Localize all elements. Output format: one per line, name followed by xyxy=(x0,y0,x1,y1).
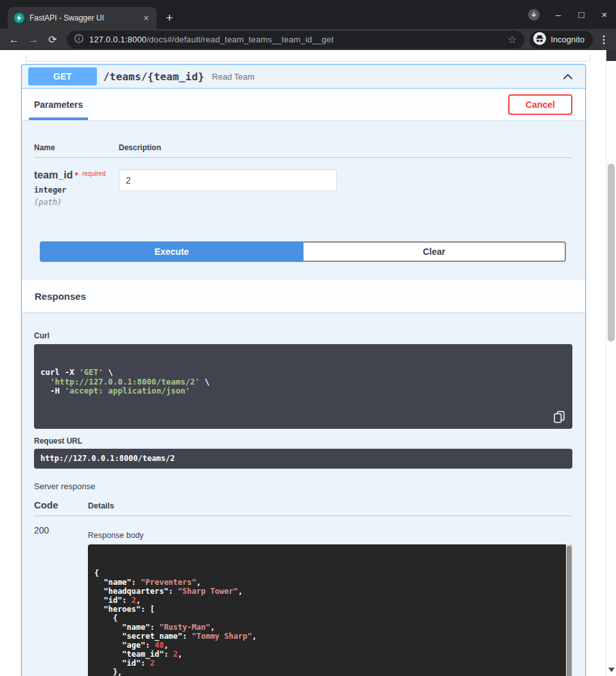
fastapi-favicon-icon xyxy=(14,13,24,23)
url-bar[interactable]: 127.0.0.1:8000/docs#/default/read_team_t… xyxy=(67,31,524,49)
code-line: "name": "Preventers", xyxy=(94,578,560,587)
incognito-label: Incognito xyxy=(551,35,585,44)
page-scrollbar-thumb[interactable] xyxy=(608,164,615,342)
browser-tab[interactable]: FastAPI - Swagger UI × xyxy=(8,7,157,29)
maximize-button[interactable]: □ xyxy=(576,9,586,20)
curl-code-block[interactable]: curl -X 'GET' \ 'http://127.0.0.1:8000/t… xyxy=(34,344,572,429)
http-method-badge: GET xyxy=(28,67,97,85)
param-location: (path) xyxy=(34,198,119,207)
team-id-input[interactable] xyxy=(119,169,337,191)
code-line: }, xyxy=(94,668,560,676)
cancel-button[interactable]: Cancel xyxy=(508,94,572,115)
execute-button[interactable]: Execute xyxy=(40,241,304,262)
parameter-row: team_id*required integer (path) xyxy=(34,158,572,207)
response-body-scrollbar-thumb[interactable] xyxy=(567,546,572,676)
tab-parameters[interactable]: Parameters xyxy=(29,89,88,120)
required-asterisk: * xyxy=(74,170,78,180)
code-line: { xyxy=(94,569,560,578)
browser-titlebar: FastAPI - Swagger UI × + – □ × xyxy=(0,0,616,29)
code-line: curl -X 'GET' \ xyxy=(40,368,566,377)
bookmark-star-icon[interactable]: ☆ xyxy=(508,33,517,46)
code-line: "team_id": 2, xyxy=(94,650,560,659)
request-url-value: http://127.0.0.1:8000/teams/2 xyxy=(34,449,572,469)
request-url-label: Request URL xyxy=(34,437,572,446)
collapse-chevron-icon[interactable] xyxy=(561,69,575,83)
scroll-up-button[interactable] xyxy=(606,50,616,61)
reload-button[interactable]: ⟳ xyxy=(44,31,62,49)
code-line: 'http://127.0.0.1:8000/teams/2' \ xyxy=(40,377,566,387)
code-line: "age": 48, xyxy=(94,641,560,650)
browser-menu-icon[interactable]: ⋮ xyxy=(597,33,611,46)
scroll-down-button[interactable] xyxy=(608,668,615,672)
url-path: /docs#/default/read_team_teams__team_id_… xyxy=(147,35,334,44)
endpoint-summary: Read Team xyxy=(212,72,254,82)
tab-title: FastAPI - Swagger UI xyxy=(30,13,137,22)
new-tab-button[interactable]: + xyxy=(160,9,178,27)
page-info-icon[interactable] xyxy=(74,34,83,46)
param-name: team_id*required xyxy=(34,169,119,181)
response-body-scrollbar[interactable] xyxy=(566,544,572,676)
responses-header: Responses xyxy=(22,280,585,312)
parameters-header: Parameters Cancel xyxy=(22,89,585,120)
forward-button[interactable]: → xyxy=(24,31,42,49)
opblock-get-read-team: GET /teams/{team_id} Read Team Parameter… xyxy=(21,64,586,676)
curl-label: Curl xyxy=(34,331,572,340)
browser-toolbar: ← → ⟳ 127.0.0.1:8000/docs#/default/read_… xyxy=(0,29,616,50)
incognito-badge: Incognito xyxy=(529,31,593,49)
code-line: { xyxy=(94,614,560,623)
parameters-table-header: Name Description xyxy=(34,133,572,158)
column-description: Description xyxy=(119,143,572,152)
code-line: -H 'accept: application/json' xyxy=(40,386,566,396)
url-host: 127.0.0.1:8000 xyxy=(89,35,147,44)
column-code: Code xyxy=(34,499,88,510)
window-controls: – □ × xyxy=(527,0,610,29)
endpoint-path: /teams/{team_id} xyxy=(103,71,204,83)
response-body-lines: { "name": "Preventers", "headquarters": … xyxy=(94,569,560,676)
code-line: "headquarters": "Sharp Tower", xyxy=(94,587,560,596)
status-circle-icon[interactable] xyxy=(527,8,540,21)
response-table-header: Code Details xyxy=(34,499,572,516)
code-line: "heroes": [ xyxy=(94,605,560,614)
incognito-icon xyxy=(533,32,546,47)
responses-body: Curl curl -X 'GET' \ 'http://127.0.0.1:8… xyxy=(22,312,585,676)
code-line: "id": 2 xyxy=(94,659,560,668)
back-button[interactable]: ← xyxy=(5,31,23,49)
code-line: "secret_name": "Tommy Sharp", xyxy=(94,632,560,641)
param-type: integer xyxy=(34,186,119,195)
code-line: "name": "Rusty-Man", xyxy=(94,623,560,632)
response-body-block[interactable]: { "name": "Preventers", "headquarters": … xyxy=(88,544,572,676)
parameters-title: Parameters xyxy=(34,100,83,110)
server-response-label: Server response xyxy=(34,481,572,491)
tab-close-icon[interactable]: × xyxy=(142,13,150,23)
response-row: 200 Response body { "name": "Preventers"… xyxy=(34,516,572,676)
close-window-button[interactable]: × xyxy=(599,9,610,20)
responses-title: Responses xyxy=(35,291,86,302)
copy-icon[interactable] xyxy=(554,411,565,423)
parameters-body: Name Description team_id*required intege… xyxy=(22,120,585,280)
curl-code-lines: curl -X 'GET' \ 'http://127.0.0.1:8000/t… xyxy=(40,368,566,396)
swagger-page: GET /teams/{team_id} Read Team Parameter… xyxy=(0,50,606,676)
minimize-button[interactable]: – xyxy=(553,9,563,20)
status-code: 200 xyxy=(34,525,88,535)
response-body-label: Response body xyxy=(88,531,572,540)
column-details: Details xyxy=(88,501,572,510)
required-label: required xyxy=(82,170,106,177)
execute-row: Execute Clear xyxy=(40,241,566,262)
clear-button[interactable]: Clear xyxy=(304,241,566,262)
opblock-summary[interactable]: GET /teams/{team_id} Read Team xyxy=(22,65,585,89)
column-name: Name xyxy=(34,143,119,152)
url-text[interactable]: 127.0.0.1:8000/docs#/default/read_team_t… xyxy=(89,35,502,44)
code-line: "id": 2, xyxy=(94,596,560,605)
page-scrollbar[interactable] xyxy=(606,50,616,676)
previous-section-edge xyxy=(26,55,590,62)
